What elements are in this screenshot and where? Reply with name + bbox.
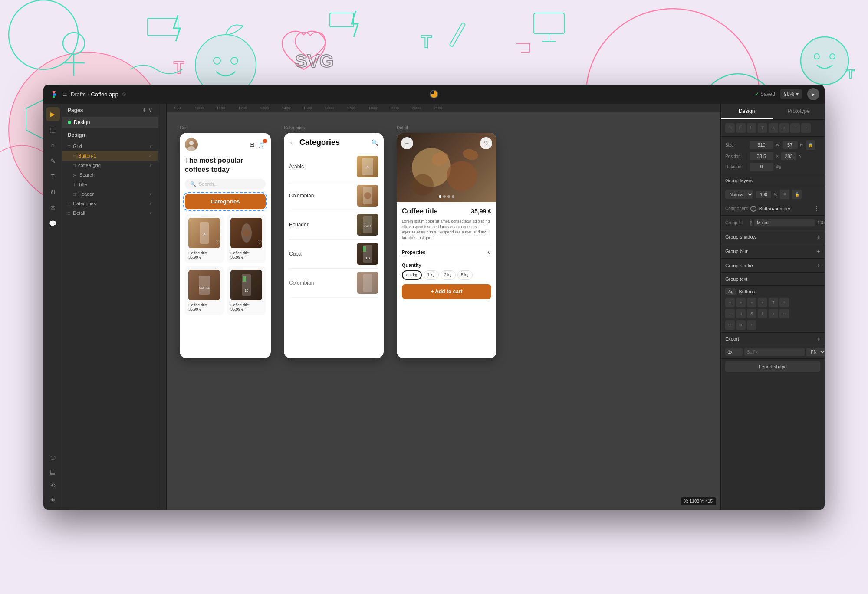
categories-button[interactable]: Categories (185, 194, 266, 209)
text-spacing-btn[interactable]: ↔ (779, 309, 789, 318)
text-extra-btn[interactable]: ↑ (747, 320, 756, 330)
cat-item-colombian2[interactable]: Colombian (289, 269, 378, 298)
ai-tool[interactable]: AI (46, 185, 60, 199)
text-transform-btn[interactable]: ↕ (769, 309, 778, 318)
layer-header[interactable]: □ Header ∨ (62, 189, 158, 199)
fill-type-field[interactable] (754, 219, 815, 226)
collapse-pages-icon[interactable]: ∨ (148, 107, 152, 113)
group-shadow-add-btn[interactable]: + (817, 233, 820, 240)
filter-icon[interactable]: ⊟ (250, 141, 255, 148)
component-more-icon[interactable]: ⋮ (813, 204, 820, 213)
add-to-cart-button[interactable]: + Add to cart (402, 284, 491, 299)
product-heart-1[interactable]: ♡ (215, 240, 220, 246)
align-left-btn[interactable]: ⊣ (725, 123, 735, 133)
text-italic-btn[interactable]: I (758, 309, 767, 318)
cat-item-arabic[interactable]: Arabic A (289, 152, 378, 181)
export-format-select[interactable]: PNG (806, 348, 825, 356)
height-field[interactable] (783, 141, 798, 149)
layer-title[interactable]: T Title (62, 180, 158, 189)
x-position-field[interactable] (750, 152, 773, 160)
pen-tool[interactable]: ✎ (46, 154, 60, 168)
grid-search-bar[interactable]: 🔍 Search... (185, 179, 266, 190)
width-field[interactable] (750, 141, 773, 149)
text-align-justify-btn[interactable]: ≡ (758, 298, 767, 307)
comment-tool[interactable]: 💬 (46, 217, 60, 230)
cat-item-cuba[interactable]: Cuba 10 (289, 240, 378, 269)
layer-button1[interactable]: ○ Button-1 ✓ (62, 151, 158, 161)
text-align-left-btn[interactable]: ≡ (725, 298, 735, 307)
cat-search-icon[interactable]: 🔍 (371, 139, 378, 146)
zoom-button[interactable]: 98% ▾ (780, 89, 802, 99)
layers-tool[interactable]: ⬡ (46, 451, 60, 465)
settings-tool[interactable]: ◈ (46, 492, 60, 506)
layer-search[interactable]: ◎ Search (62, 170, 158, 180)
layer-coffee-grid[interactable]: □ coffee-grid ∨ (62, 161, 158, 170)
blend-mode-select[interactable]: Normal (725, 190, 753, 199)
hand-tool[interactable]: ✉ (46, 201, 60, 215)
distribute-v-btn[interactable]: ↕ (801, 123, 811, 133)
page-design[interactable]: Design (62, 117, 158, 128)
text-strikethrough-btn[interactable]: S (747, 309, 756, 318)
align-center-h-btn[interactable]: ⊢ (736, 123, 746, 133)
text-code-btn[interactable]: ⊠ (736, 320, 746, 330)
export-scale-field[interactable] (725, 348, 743, 356)
text-minus-btn[interactable]: − (725, 309, 735, 318)
history-tool[interactable]: ⟲ (46, 479, 60, 492)
back-button[interactable]: ← (289, 139, 296, 147)
carousel-dot-4[interactable] (452, 195, 454, 198)
carousel-dot-2[interactable] (443, 195, 446, 198)
assets-tool[interactable]: ▤ (46, 465, 60, 479)
layer-detail[interactable]: □ Detail ∨ (62, 208, 158, 218)
align-bottom-btn[interactable]: ⊥ (779, 123, 789, 133)
qty-option-3[interactable]: 2 kg (441, 270, 456, 280)
detail-heart-button[interactable]: ♡ (480, 137, 492, 149)
export-shape-button[interactable]: Export shape (725, 361, 820, 372)
align-right-btn[interactable]: ⊢ (747, 123, 756, 133)
qty-option-4[interactable]: 5 kg (457, 270, 473, 280)
lock-layer-btn[interactable]: 🔒 (792, 190, 802, 199)
carousel-dot-3[interactable] (447, 195, 450, 198)
text-underline-btn[interactable]: U (736, 309, 746, 318)
tab-design[interactable]: Design (721, 104, 773, 119)
text-more-btn[interactable]: + (779, 298, 789, 307)
group-stroke-add-btn[interactable]: + (817, 262, 820, 269)
export-suffix-field[interactable] (744, 348, 805, 356)
qty-option-1[interactable]: 0,5 kg (402, 270, 422, 280)
frame-tool[interactable]: ⬚ (46, 123, 60, 137)
product-card-1[interactable]: A ♡ Coffee title 35,99 € (185, 214, 224, 263)
text-tool[interactable]: T (46, 170, 60, 184)
rotation-field[interactable] (750, 163, 773, 171)
product-card-2[interactable]: ♡ Coffee title 35,99 € (227, 214, 266, 263)
text-align-right-btn[interactable]: ≡ (747, 298, 756, 307)
shape-tool[interactable]: ○ (46, 138, 60, 152)
align-top-btn[interactable]: ⊤ (758, 123, 767, 133)
file-settings-icon[interactable]: ⚙ (122, 92, 126, 97)
cat-item-ecuador[interactable]: Ecuador COFF (289, 210, 378, 240)
opacity-field[interactable] (756, 191, 771, 198)
product-heart-2[interactable]: ♡ (257, 240, 262, 246)
visibility-toggle[interactable]: 👁 (780, 190, 789, 199)
text-link-btn[interactable]: ⊞ (725, 320, 735, 330)
y-position-field[interactable] (781, 152, 796, 160)
canvas-area[interactable]: 900 1000 1100 1200 1300 1400 1500 1600 1… (158, 104, 720, 510)
detail-properties-row[interactable]: Properties ∨ (402, 245, 491, 259)
cat-item-colombian[interactable]: Colombian (289, 181, 378, 210)
qty-option-2[interactable]: 1 kg (424, 270, 439, 280)
align-center-v-btn[interactable]: ⊥ (769, 123, 778, 133)
detail-back-button[interactable]: ← (401, 137, 413, 149)
play-button[interactable]: ▶ (807, 88, 819, 100)
carousel-dot-1[interactable] (439, 195, 441, 198)
export-add-btn[interactable]: + (817, 335, 820, 342)
text-align-center-btn[interactable]: ≡ (736, 298, 746, 307)
hamburger-icon[interactable]: ☰ (62, 91, 67, 97)
layer-categories[interactable]: □ Categories ∨ (62, 199, 158, 208)
product-card-4[interactable]: 10 Coffee title 35,99 € (227, 266, 266, 315)
distribute-h-btn[interactable]: ↔ (790, 123, 800, 133)
tab-prototype[interactable]: Prototype (773, 104, 825, 119)
group-blur-add-btn[interactable]: + (817, 248, 820, 255)
cart-icon-container[interactable]: 🛒 (258, 141, 266, 148)
add-page-icon[interactable]: + (143, 107, 146, 113)
product-card-3[interactable]: COFFEE Coffee title 35,99 € (185, 266, 224, 315)
cursor-tool[interactable]: ▶ (46, 107, 60, 121)
lock-proportions-btn[interactable]: 🔒 (806, 140, 815, 150)
